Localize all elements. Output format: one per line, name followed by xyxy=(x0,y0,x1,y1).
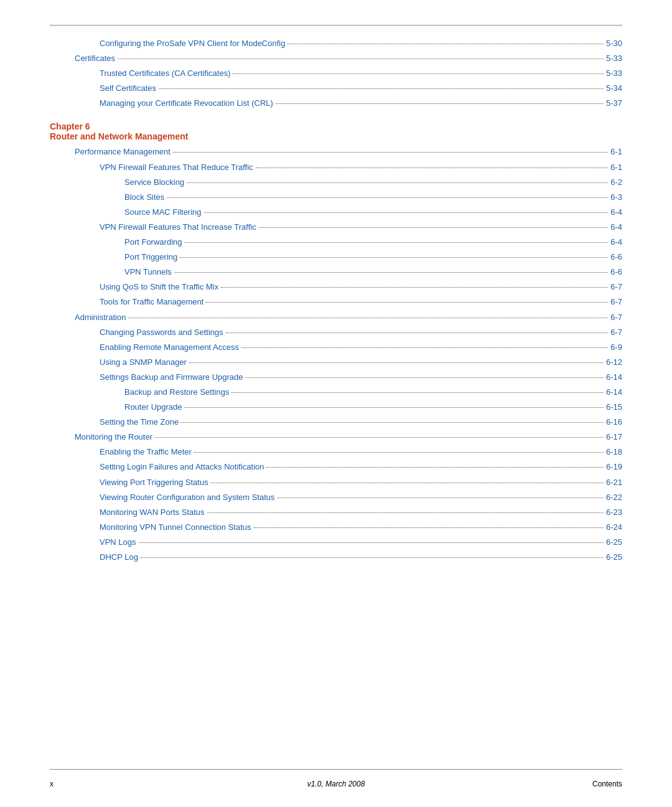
entry-dots xyxy=(287,44,604,44)
entry-title[interactable]: Changing Passwords and Settings xyxy=(100,326,223,339)
entry-dots xyxy=(181,422,604,423)
entry-title[interactable]: Backup and Restore Settings xyxy=(124,385,229,399)
entry-page: 6-24 xyxy=(606,521,622,534)
entry-title[interactable]: Performance Management xyxy=(75,145,170,159)
entry-title[interactable]: Self Certificates xyxy=(100,82,156,95)
toc-entry: VPN Firewall Features That Increase Traf… xyxy=(100,220,622,234)
bottom-rule xyxy=(50,769,622,770)
entry-page: 6-6 xyxy=(610,250,622,264)
entry-dots xyxy=(206,302,608,303)
chapter-heading: Chapter 6 Router and Network Management xyxy=(50,121,622,141)
entry-page: 6-3 xyxy=(610,191,622,204)
entry-title[interactable]: Setting the Time Zone xyxy=(100,415,179,429)
entry-page: 6-21 xyxy=(606,476,622,489)
entry-title[interactable]: Setting Login Failures and Attacks Notif… xyxy=(100,460,264,474)
entry-title[interactable]: Trusted Certificates (CA Certificates) xyxy=(100,67,230,80)
entry-title[interactable]: Monitoring the Router xyxy=(75,430,152,444)
entry-dots xyxy=(204,212,609,213)
toc-entry: Setting the Time Zone6-16 xyxy=(100,415,622,429)
toc-entry: Performance Management6-1 xyxy=(75,145,622,159)
entry-dots xyxy=(231,392,604,393)
toc-entry: Using QoS to Shift the Traffic Mix6-7 xyxy=(100,280,622,294)
entry-page: 6-7 xyxy=(610,280,622,294)
entry-title[interactable]: Service Blocking xyxy=(124,176,184,189)
entry-title[interactable]: Monitoring VPN Tunnel Connection Status xyxy=(100,521,251,534)
entry-dots xyxy=(207,512,604,513)
entry-title[interactable]: Enabling the Traffic Meter xyxy=(100,445,192,459)
toc-entry: Managing your Certificate Revocation Lis… xyxy=(100,97,622,110)
toc-entry: Service Blocking6-2 xyxy=(124,176,622,189)
entry-page: 6-4 xyxy=(610,205,622,219)
entry-dots xyxy=(233,73,604,74)
footer-left: x xyxy=(50,780,54,788)
entry-title[interactable]: Certificates xyxy=(75,52,115,65)
entry-page: 6-4 xyxy=(610,220,622,234)
top-rule xyxy=(50,25,622,26)
entry-dots xyxy=(184,242,608,243)
entry-dots xyxy=(180,257,608,258)
entry-page: 6-16 xyxy=(606,415,622,429)
entry-title[interactable]: Administration xyxy=(75,311,126,324)
entry-title[interactable]: Source MAC Filtering xyxy=(124,205,202,219)
entry-dots xyxy=(211,483,604,483)
entry-dots xyxy=(139,542,604,543)
entry-page: 6-1 xyxy=(610,145,622,159)
entry-page: 6-14 xyxy=(606,370,622,384)
entry-page: 6-17 xyxy=(606,430,622,444)
entry-page: 6-7 xyxy=(610,326,622,339)
toc-entry: Monitoring the Router6-17 xyxy=(75,430,622,444)
entry-dots xyxy=(226,333,608,333)
toc-entry: VPN Tunnels6-6 xyxy=(124,265,622,279)
entry-page: 6-12 xyxy=(606,356,622,369)
entry-title[interactable]: Configuring the ProSafe VPN Client for M… xyxy=(100,37,285,50)
entry-title[interactable]: VPN Logs xyxy=(100,536,136,549)
entry-title[interactable]: DHCP Log xyxy=(100,550,138,564)
entry-page: 5-34 xyxy=(606,82,622,95)
entry-dots xyxy=(254,527,604,528)
entry-dots xyxy=(173,152,608,153)
entry-title[interactable]: Viewing Router Configuration and System … xyxy=(100,491,275,504)
entry-page: 6-15 xyxy=(606,400,622,414)
toc-entry: Port Forwarding6-4 xyxy=(124,235,622,249)
entry-title[interactable]: Using a SNMP Manager xyxy=(100,356,187,369)
toc-entry: Enabling Remote Management Access6-9 xyxy=(100,341,622,354)
entry-title[interactable]: VPN Tunnels xyxy=(124,265,172,279)
entry-page: 6-1 xyxy=(610,161,622,174)
entry-title[interactable]: Port Forwarding xyxy=(124,235,182,249)
entry-title[interactable]: Tools for Traffic Management xyxy=(100,295,203,309)
entry-title[interactable]: Port Triggering xyxy=(124,250,177,264)
entry-title[interactable]: Router Upgrade xyxy=(124,400,182,414)
entry-page: 6-22 xyxy=(606,491,622,504)
entry-title[interactable]: VPN Firewall Features That Increase Traf… xyxy=(100,220,256,234)
entry-title[interactable]: Using QoS to Shift the Traffic Mix xyxy=(100,280,218,294)
entry-page: 6-19 xyxy=(606,460,622,474)
entry-title[interactable]: Block Sites xyxy=(124,191,164,204)
toc-entry: DHCP Log6-25 xyxy=(100,550,622,564)
entry-dots xyxy=(174,272,608,273)
entry-page: 5-33 xyxy=(606,67,622,80)
entry-title[interactable]: Managing your Certificate Revocation Lis… xyxy=(100,97,273,110)
toc-entry: Viewing Port Triggering Status6-21 xyxy=(100,476,622,489)
toc-entry: Using a SNMP Manager6-12 xyxy=(100,356,622,369)
toc-entry: Settings Backup and Firmware Upgrade6-14 xyxy=(100,370,622,384)
entry-dots xyxy=(259,227,609,228)
entry-dots xyxy=(266,467,603,468)
entry-title[interactable]: Viewing Port Triggering Status xyxy=(100,476,208,489)
entry-dots xyxy=(256,168,609,168)
toc-entry: Monitoring WAN Ports Status6-23 xyxy=(100,506,622,519)
toc-entry: Source MAC Filtering6-4 xyxy=(124,205,622,219)
toc-entry: Certificates5-33 xyxy=(75,52,622,65)
entry-dots xyxy=(159,88,604,89)
entry-dots xyxy=(118,59,604,59)
toc-entry: Tools for Traffic Management6-7 xyxy=(100,295,622,309)
toc-entry: Changing Passwords and Settings6-7 xyxy=(100,326,622,339)
entry-dots xyxy=(276,103,604,104)
entry-title[interactable]: Settings Backup and Firmware Upgrade xyxy=(100,370,243,384)
entry-page: 6-23 xyxy=(606,506,622,519)
entry-title[interactable]: Enabling Remote Management Access xyxy=(100,341,239,354)
toc-entry: Administration6-7 xyxy=(75,311,622,324)
entry-dots xyxy=(241,347,608,348)
entry-page: 6-18 xyxy=(606,445,622,459)
entry-title[interactable]: Monitoring WAN Ports Status xyxy=(100,506,205,519)
entry-title[interactable]: VPN Firewall Features That Reduce Traffi… xyxy=(100,161,253,174)
